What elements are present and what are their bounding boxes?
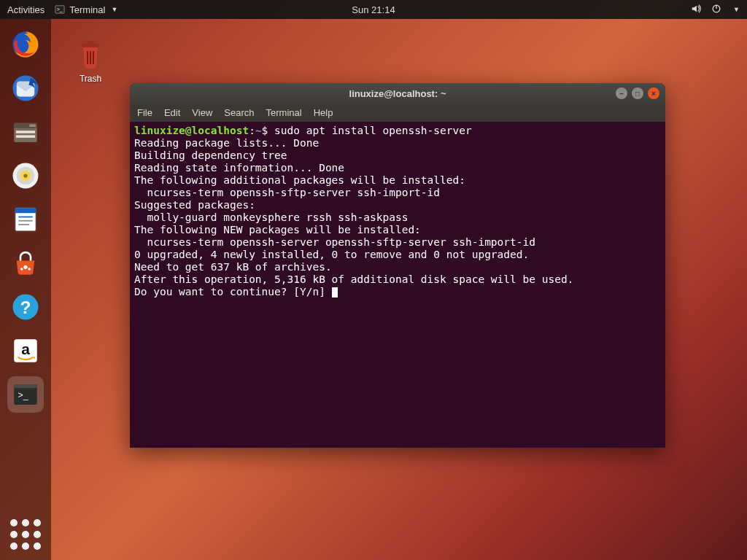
svg-point-22 [28, 268, 31, 271]
dock: ? a >_ [0, 19, 51, 560]
menu-edit[interactable]: Edit [164, 107, 180, 118]
svg-rect-9 [16, 135, 35, 138]
dock-writer[interactable] [7, 201, 44, 238]
trash-label: Trash [73, 74, 108, 84]
window-title: linuxize@localhost: ~ [349, 88, 446, 99]
window-titlebar[interactable]: linuxize@localhost: ~ – □ × [130, 83, 665, 104]
power-icon[interactable] [711, 4, 721, 16]
svg-rect-31 [87, 41, 94, 44]
trash-icon [73, 36, 108, 71]
menu-view[interactable]: View [192, 107, 212, 118]
dock-files[interactable] [7, 114, 44, 150]
svg-text:>_: >_ [57, 7, 63, 12]
volume-icon[interactable] [691, 4, 701, 16]
svg-text:?: ? [20, 298, 31, 317]
app-menu[interactable]: >_ Terminal▼ [55, 4, 117, 15]
svg-rect-16 [15, 208, 36, 213]
chevron-down-icon: ▼ [111, 6, 117, 13]
terminal-window: linuxize@localhost: ~ – □ × File Edit Vi… [130, 83, 665, 448]
svg-rect-28 [14, 384, 37, 388]
chevron-down-icon[interactable]: ▼ [733, 6, 740, 13]
menu-terminal[interactable]: Terminal [266, 107, 302, 118]
dock-thunderbird[interactable] [7, 70, 44, 106]
window-maximize-button[interactable]: □ [632, 88, 643, 99]
svg-text:>_: >_ [18, 390, 28, 400]
window-minimize-button[interactable]: – [616, 88, 627, 99]
top-bar: Activities >_ Terminal▼ Sun 21:14 ▼ [0, 0, 747, 19]
window-menubar: File Edit View Search Terminal Help [130, 104, 665, 122]
svg-point-21 [20, 268, 23, 271]
menu-help[interactable]: Help [314, 107, 333, 118]
svg-text:a: a [21, 341, 30, 357]
activities-button[interactable]: Activities [7, 4, 44, 15]
dock-firefox[interactable] [7, 26, 44, 63]
svg-point-14 [23, 174, 27, 177]
svg-rect-8 [16, 131, 35, 133]
menu-search[interactable]: Search [224, 107, 254, 118]
clock[interactable]: Sun 21:14 [352, 4, 395, 15]
terminal-icon: >_ [55, 4, 65, 15]
menu-file[interactable]: File [137, 107, 152, 118]
svg-rect-10 [29, 125, 36, 128]
show-apps-button[interactable] [10, 519, 41, 550]
svg-point-20 [23, 265, 27, 269]
dock-software[interactable] [7, 245, 44, 281]
dock-rhythmbox[interactable] [7, 158, 44, 194]
terminal-body[interactable]: linuxize@localhost:~$ sudo apt install o… [130, 122, 665, 448]
dock-amazon[interactable]: a [7, 332, 44, 369]
window-close-button[interactable]: × [648, 88, 659, 99]
dock-help[interactable]: ? [7, 289, 44, 325]
desktop-trash[interactable]: Trash [73, 36, 108, 84]
dock-terminal[interactable]: >_ [7, 376, 44, 413]
